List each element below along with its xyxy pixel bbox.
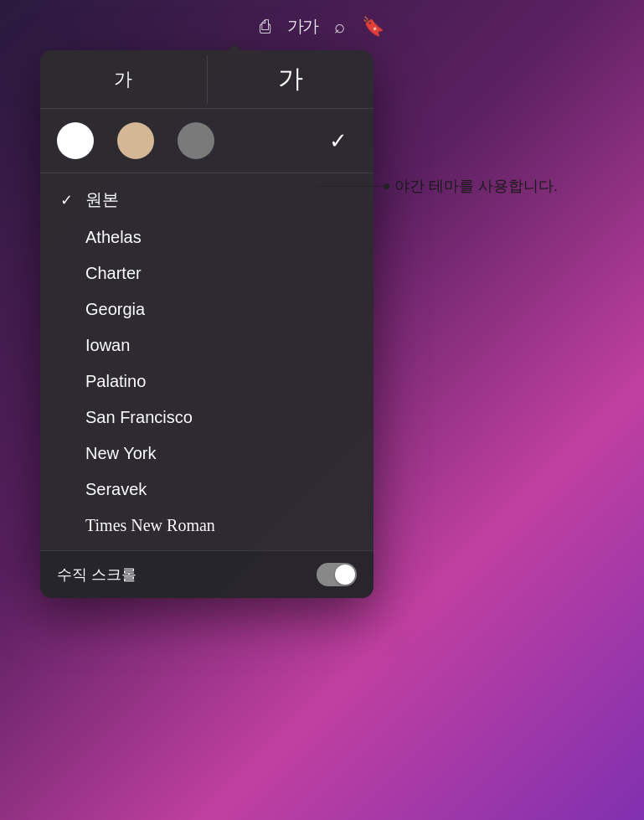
font-name-label: New York bbox=[85, 444, 157, 463]
font-list: ✓ 원본 Athelas Charter Georgia Iowan Palat… bbox=[40, 173, 374, 550]
toolbar: ⎙ 가가 ⌕ 🔖 bbox=[260, 15, 384, 38]
font-name-label: Charter bbox=[85, 264, 142, 283]
font-name-label: Times New Roman bbox=[85, 516, 215, 535]
font-check-icon: ✓ bbox=[60, 191, 77, 209]
callout-text: 야간 테마를 사용합니다. bbox=[394, 176, 558, 196]
toggle-thumb bbox=[335, 565, 355, 585]
font-name-label: Iowan bbox=[85, 336, 130, 355]
callout-line bbox=[317, 186, 384, 187]
font-item-times-new-roman[interactable]: Times New Roman bbox=[40, 508, 374, 544]
callout-annotation: 야간 테마를 사용합니다. bbox=[317, 176, 558, 196]
scroll-row: 수직 스크롤 bbox=[40, 550, 374, 598]
font-increase-button[interactable]: 가 bbox=[208, 50, 374, 108]
font-item-san-francisco[interactable]: San Francisco bbox=[40, 400, 374, 436]
bookmark-icon[interactable]: 🔖 bbox=[362, 16, 384, 38]
search-icon[interactable]: ⌕ bbox=[334, 16, 345, 38]
font-decrease-button[interactable]: 가 bbox=[40, 55, 208, 104]
theme-dark-button[interactable]: ✓ bbox=[320, 122, 357, 159]
font-name-label: Athelas bbox=[85, 228, 142, 247]
font-name-label: Georgia bbox=[85, 300, 145, 319]
theme-sepia-button[interactable] bbox=[117, 122, 154, 159]
font-item-georgia[interactable]: Georgia bbox=[40, 291, 374, 327]
callout-dot bbox=[384, 183, 389, 189]
panel-caret bbox=[226, 44, 243, 52]
vertical-scroll-toggle[interactable] bbox=[317, 563, 357, 586]
theme-gray-button[interactable] bbox=[178, 122, 214, 159]
font-item-iowan[interactable]: Iowan bbox=[40, 327, 374, 364]
font-name-label: Seravek bbox=[85, 480, 147, 499]
font-item-palatino[interactable]: Palatino bbox=[40, 364, 374, 400]
font-item-seravek[interactable]: Seravek bbox=[40, 472, 374, 508]
reading-options-panel: 가 가 ✓ ✓ 원본 Athelas Charter Georgia Iowan bbox=[40, 50, 374, 598]
font-name-label: San Francisco bbox=[85, 408, 193, 427]
font-item-athelas[interactable]: Athelas bbox=[40, 219, 374, 255]
font-name-label: Palatino bbox=[85, 372, 146, 391]
share-icon[interactable]: ⎙ bbox=[260, 16, 270, 38]
theme-row: ✓ bbox=[40, 109, 374, 173]
font-size-icon[interactable]: 가가 bbox=[287, 15, 317, 38]
font-item-charter[interactable]: Charter bbox=[40, 255, 374, 291]
font-name-label: 원본 bbox=[85, 188, 119, 211]
scroll-label: 수직 스크롤 bbox=[57, 565, 137, 585]
font-size-row: 가 가 bbox=[40, 50, 374, 109]
font-item-new-york[interactable]: New York bbox=[40, 436, 374, 472]
theme-white-button[interactable] bbox=[57, 122, 94, 159]
